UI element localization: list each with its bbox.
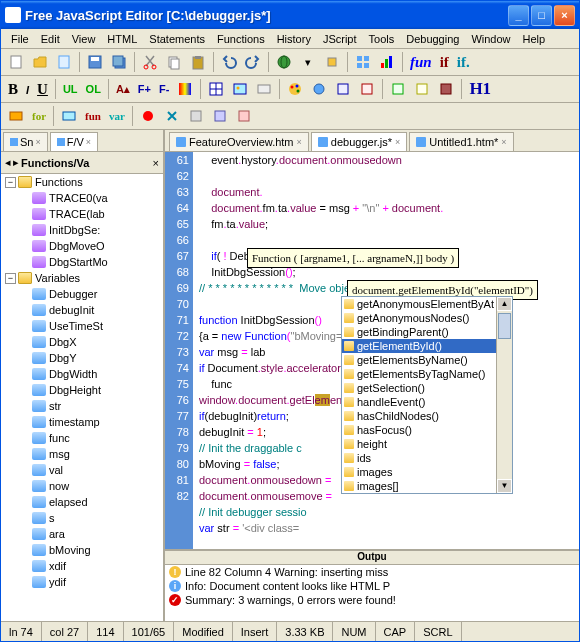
menu-html[interactable]: HTML xyxy=(101,31,143,47)
tab-close-icon[interactable]: × xyxy=(501,137,506,147)
tree-var-msg[interactable]: msg xyxy=(1,446,163,462)
underline-button[interactable]: U xyxy=(34,81,51,98)
link-icon[interactable] xyxy=(308,78,330,100)
tree-var-debugInit[interactable]: debugInit xyxy=(1,302,163,318)
t3-2-icon[interactable] xyxy=(58,105,80,127)
scroll-down-icon[interactable]: ▼ xyxy=(497,479,512,493)
new2-icon[interactable] xyxy=(53,51,75,73)
code-line[interactable]: fm.ta.value; xyxy=(199,216,579,232)
redo-icon[interactable] xyxy=(242,51,264,73)
form-icon[interactable] xyxy=(253,78,275,100)
output-line[interactable]: iInfo: Document content looks like HTML … xyxy=(165,579,579,593)
side-tab-Sn[interactable]: Sn× xyxy=(3,132,48,151)
tree-var-elapsed[interactable]: elapsed xyxy=(1,494,163,510)
tree-var-Debugger[interactable]: Debugger xyxy=(1,286,163,302)
close-icon[interactable]: × xyxy=(86,137,91,147)
fun2-text[interactable]: fun xyxy=(82,110,104,122)
open-icon[interactable] xyxy=(29,51,51,73)
cut-icon[interactable] xyxy=(139,51,161,73)
autocomplete-item[interactable]: getAnonymousElementByAt xyxy=(342,297,512,311)
side-tab-F/V[interactable]: F/V× xyxy=(50,132,98,151)
tree-variables[interactable]: −Variables xyxy=(1,270,163,286)
i4-icon[interactable] xyxy=(387,78,409,100)
editor-tab[interactable]: debugger.js*× xyxy=(311,132,407,151)
maximize-button[interactable]: □ xyxy=(531,5,552,26)
code-line[interactable] xyxy=(199,168,579,184)
t3-6-icon[interactable] xyxy=(209,105,231,127)
tree-var-now[interactable]: now xyxy=(1,478,163,494)
globe-icon[interactable] xyxy=(273,51,295,73)
t3-5-icon[interactable] xyxy=(185,105,207,127)
table-icon[interactable] xyxy=(205,78,227,100)
menu-history[interactable]: History xyxy=(271,31,317,47)
if-text[interactable]: if xyxy=(437,54,452,71)
tree-var-str[interactable]: str xyxy=(1,398,163,414)
tree-var-xdif[interactable]: xdif xyxy=(1,558,163,574)
autocomplete-item[interactable]: getElementsByName() xyxy=(342,353,512,367)
save-icon[interactable] xyxy=(84,51,106,73)
autocomplete-item[interactable]: ids xyxy=(342,451,512,465)
tree-functions[interactable]: −Functions xyxy=(1,174,163,190)
tree-var-bMoving[interactable]: bMoving xyxy=(1,542,163,558)
tree-var-ara[interactable]: ara xyxy=(1,526,163,542)
side-close-icon[interactable]: × xyxy=(153,157,159,169)
code-editor[interactable]: 6162636465666768697071727374757677787980… xyxy=(165,152,579,549)
menu-functions[interactable]: Functions xyxy=(211,31,271,47)
if-text-2[interactable]: if. xyxy=(454,54,473,71)
menu-debugging[interactable]: Debugging xyxy=(400,31,465,47)
autocomplete-item[interactable]: handleEvent() xyxy=(342,395,512,409)
tree-fn-InitDbgSe:[interactable]: InitDbgSe: xyxy=(1,222,163,238)
italic-button[interactable]: I xyxy=(23,81,32,98)
autocomplete-item[interactable]: getAnonymousNodes() xyxy=(342,311,512,325)
menu-file[interactable]: File xyxy=(5,31,35,47)
code-line[interactable]: document.fm.ta.value = msg + "\n" + docu… xyxy=(199,200,579,216)
autocomplete-item[interactable]: getSelection() xyxy=(342,381,512,395)
tree-var-s[interactable]: s xyxy=(1,510,163,526)
menu-help[interactable]: Help xyxy=(517,31,552,47)
tree-var-func[interactable]: func xyxy=(1,430,163,446)
palette-icon[interactable] xyxy=(284,78,306,100)
menu-edit[interactable]: Edit xyxy=(35,31,66,47)
font-plus-button[interactable]: F+ xyxy=(135,83,154,95)
tab-close-icon[interactable]: × xyxy=(297,137,302,147)
chart-icon[interactable] xyxy=(376,51,398,73)
tree-var-DbgX[interactable]: DbgX xyxy=(1,334,163,350)
close-icon[interactable]: × xyxy=(35,137,40,147)
anchor-button[interactable]: A▴ xyxy=(113,83,133,96)
i2-icon[interactable] xyxy=(332,78,354,100)
output-line[interactable]: ✓Summary: 3 warnings, 0 errors were foun… xyxy=(165,593,579,607)
t3-3-icon[interactable] xyxy=(137,105,159,127)
code-line[interactable] xyxy=(199,232,579,248)
scroll-up-icon[interactable]: ▲ xyxy=(497,297,512,311)
tree-fn-TRACE(lab[interactable]: TRACE(lab xyxy=(1,206,163,222)
tree-var-ydif[interactable]: ydif xyxy=(1,574,163,590)
tree-fn-DbgStartMo[interactable]: DbgStartMo xyxy=(1,254,163,270)
code-line[interactable]: // Init debugger sessio xyxy=(199,504,579,520)
editor-tab[interactable]: FeatureOverview.htm× xyxy=(169,132,309,151)
t3-7-icon[interactable] xyxy=(233,105,255,127)
code-line[interactable]: event.hystory.document.onmousedown xyxy=(199,152,579,168)
autocomplete-item[interactable]: getElementById() xyxy=(342,339,512,353)
autocomplete-popup[interactable]: getAnonymousElementByAtgetAnonymousNodes… xyxy=(341,296,513,494)
ul-button[interactable]: UL xyxy=(60,83,81,95)
gear-icon[interactable]: ▾ xyxy=(297,51,319,73)
font-minus-button[interactable]: F- xyxy=(156,83,172,95)
close-button[interactable]: × xyxy=(554,5,575,26)
scroll-thumb[interactable] xyxy=(498,313,511,339)
bold-button[interactable]: B xyxy=(5,81,21,98)
tree-view[interactable]: −FunctionsTRACE0(vaTRACE(labInitDbgSe:Db… xyxy=(1,174,163,621)
code-line[interactable]: document. xyxy=(199,184,579,200)
side-nav-left[interactable]: ◂ xyxy=(5,156,11,169)
color-icon[interactable] xyxy=(174,78,196,100)
autocomplete-scrollbar[interactable]: ▲ ▼ xyxy=(496,297,512,493)
side-nav-right[interactable]: ▸ xyxy=(13,156,19,169)
tree-var-timestamp[interactable]: timestamp xyxy=(1,414,163,430)
output-line[interactable]: !Line 82 Column 4 Warning: inserting mis… xyxy=(165,565,579,579)
autocomplete-item[interactable]: images[] xyxy=(342,479,512,493)
grid-icon[interactable] xyxy=(352,51,374,73)
t3-1-icon[interactable] xyxy=(5,105,27,127)
var-text[interactable]: var xyxy=(106,110,128,122)
editor-tab[interactable]: Untitled1.htm*× xyxy=(409,132,513,151)
tree-var-val[interactable]: val xyxy=(1,462,163,478)
tools-icon[interactable] xyxy=(321,51,343,73)
